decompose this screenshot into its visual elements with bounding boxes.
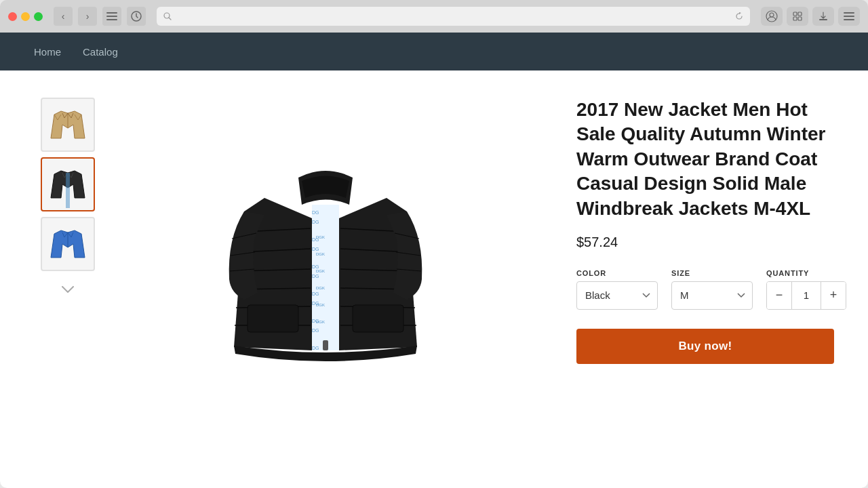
svg-rect-45 [323, 340, 328, 350]
quantity-increase-button[interactable]: + [821, 281, 846, 310]
download-button[interactable] [812, 7, 834, 26]
traffic-lights [8, 12, 43, 21]
quantity-option-group: QUANTITY − 1 + [766, 269, 846, 310]
color-label: COLOR [576, 269, 658, 277]
browser-window: ‹ › [0, 0, 868, 488]
scroll-down-button[interactable] [58, 279, 78, 300]
svg-rect-2 [106, 19, 117, 20]
thumbnail-tan-image [47, 101, 88, 148]
forward-button[interactable]: › [78, 7, 97, 26]
svg-rect-8 [793, 12, 797, 16]
size-select[interactable]: M L XL 2XL 3XL 4XL [671, 281, 753, 310]
refresh-icon [735, 12, 743, 20]
quantity-decrease-button[interactable]: − [767, 281, 791, 310]
product-title: 2017 New Jacket Men Hot Sale Quality Aut… [576, 98, 834, 221]
share-button[interactable] [127, 7, 146, 26]
minimize-button[interactable] [21, 12, 30, 21]
svg-rect-37 [248, 305, 298, 332]
product-page: DG DG [0, 70, 868, 488]
svg-text:DGK: DGK [316, 320, 325, 324]
close-button[interactable] [8, 12, 17, 21]
svg-text:DGK: DGK [316, 252, 325, 256]
svg-rect-14 [844, 16, 854, 17]
sidebar-toggle-button[interactable] [102, 7, 121, 26]
svg-rect-1 [106, 16, 117, 17]
quantity-controls: − 1 + [766, 281, 846, 310]
site-nav: Home Catalog [0, 33, 868, 70]
thumbnail-black-image [47, 161, 88, 208]
svg-rect-9 [798, 12, 802, 16]
svg-text:DGK: DGK [316, 269, 325, 273]
main-product-image: DG DG [217, 157, 434, 401]
color-select[interactable]: Black Tan Blue [576, 281, 658, 310]
thumbnail-column [34, 98, 102, 461]
svg-rect-12 [819, 19, 827, 20]
color-option-group: COLOR Black Tan Blue [576, 269, 658, 310]
svg-text:DGK: DGK [316, 286, 325, 290]
svg-rect-15 [844, 19, 854, 20]
address-bar[interactable] [157, 7, 750, 26]
svg-text:DGK: DGK [316, 303, 325, 307]
nav-catalog[interactable]: Catalog [83, 46, 118, 58]
thumbnail-blue-image [47, 220, 88, 268]
svg-rect-10 [793, 17, 797, 20]
svg-line-5 [169, 18, 171, 20]
size-label: SIZE [671, 269, 753, 277]
options-row: COLOR Black Tan Blue SIZE M L X [576, 269, 834, 310]
thumbnail-black[interactable] [41, 157, 95, 211]
menu-button[interactable] [838, 7, 860, 26]
svg-rect-11 [798, 17, 802, 20]
svg-text:DGK: DGK [316, 235, 325, 239]
svg-point-7 [770, 13, 774, 17]
buy-now-button[interactable]: Buy now! [576, 329, 834, 364]
website-content: Home Catalog [0, 33, 868, 488]
thumbnail-tan[interactable] [41, 98, 95, 152]
browser-titlebar: ‹ › [0, 0, 868, 33]
size-option-group: SIZE M L XL 2XL 3XL 4XL [671, 269, 753, 310]
toolbar-right [761, 7, 860, 26]
back-button[interactable]: ‹ [54, 7, 73, 26]
thumbnail-blue[interactable] [41, 217, 95, 271]
quantity-label: QUANTITY [766, 269, 846, 277]
product-details: 2017 New Jacket Men Hot Sale Quality Aut… [549, 98, 834, 461]
product-jacket-svg: DG DG [217, 157, 434, 401]
svg-rect-38 [353, 305, 403, 332]
svg-rect-13 [844, 12, 854, 14]
quantity-value: 1 [791, 282, 821, 309]
extensions-button[interactable] [787, 7, 808, 26]
nav-home[interactable]: Home [34, 46, 61, 58]
svg-rect-0 [106, 12, 117, 14]
account-button[interactable] [761, 7, 783, 26]
main-image-area: DG DG [102, 98, 549, 461]
product-price: $57.24 [576, 235, 834, 250]
maximize-button[interactable] [34, 12, 43, 21]
